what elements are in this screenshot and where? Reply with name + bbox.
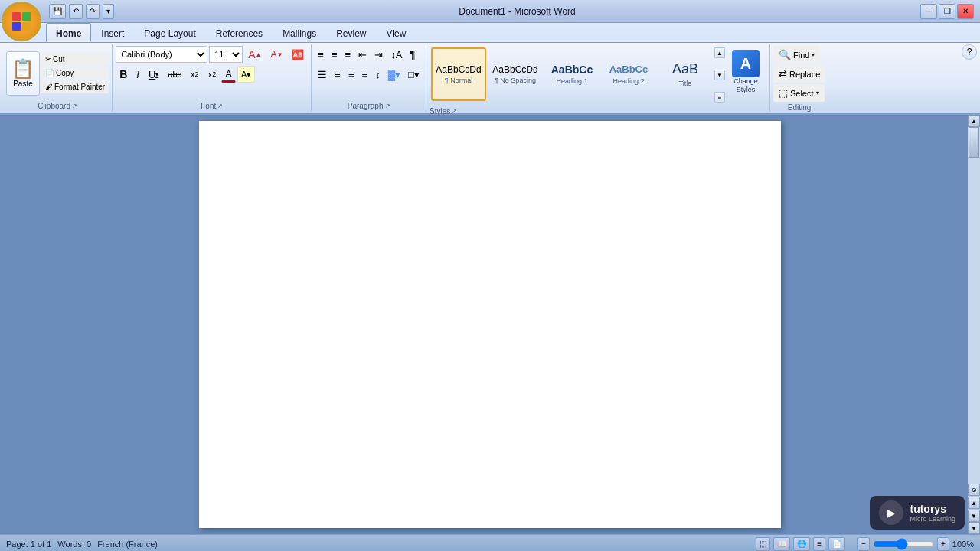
font-group: Calibri (Body) 11 A▲ A▼ 🆎 B I U▾ abc x2 … [113, 44, 312, 112]
font-expand-icon[interactable]: ↗ [217, 103, 223, 109]
svg-rect-1 [22, 12, 31, 21]
styles-expand-icon[interactable]: ↗ [452, 108, 457, 115]
tab-review[interactable]: Review [326, 24, 376, 42]
superscript-button[interactable]: x2 [204, 66, 220, 83]
scissors-icon: ✂ [45, 55, 51, 64]
clipboard-group-label: Clipboard ↗ [38, 100, 77, 110]
draft-button[interactable]: 📄 [828, 537, 845, 551]
line-spacing-button[interactable]: ↕ [372, 66, 384, 83]
decrease-indent-button[interactable]: ⇤ [355, 46, 370, 63]
clipboard-expand-icon[interactable]: ↗ [72, 103, 77, 109]
styles-more[interactable]: ≡ [714, 92, 725, 103]
align-center-button[interactable]: ≡ [332, 66, 344, 83]
help-button[interactable]: ? [962, 44, 977, 60]
styles-gallery: AaBbCcDd ¶ Normal AaBbCcDd ¶ No Spacing … [430, 46, 714, 104]
paragraph-expand-icon[interactable]: ↗ [385, 103, 390, 109]
close-button[interactable]: ✕ [957, 4, 974, 19]
tab-mailings[interactable]: Mailings [273, 24, 326, 42]
scrollbar-thumb[interactable] [969, 127, 979, 158]
paste-button[interactable]: 📋 Paste [6, 51, 40, 96]
style-no-spacing-preview: AaBbCcDd [492, 64, 537, 75]
sort-button[interactable]: ↕A [387, 46, 405, 63]
web-layout-button[interactable]: 🌐 [793, 537, 810, 551]
underline-button[interactable]: U▾ [145, 66, 162, 83]
style-normal[interactable]: AaBbCcDd ¶ Normal [431, 47, 486, 101]
tab-view[interactable]: View [377, 24, 416, 42]
cut-button[interactable]: ✂ Cut [41, 53, 109, 66]
word-count: Words: 0 [57, 540, 91, 549]
show-formatting-button[interactable]: ¶ [407, 46, 419, 63]
styles-scroll-up[interactable]: ▲ [714, 47, 725, 58]
title-bar: 💾 ↶ ↷ ▾ Document1 - Microsoft Word ─ ❐ ✕ [0, 0, 980, 23]
scrollbar-prev-button[interactable]: ▲ [968, 497, 980, 509]
format-painter-button[interactable]: 🖌 Format Painter [41, 80, 109, 93]
customize-qat-button[interactable]: ▾ [103, 4, 114, 19]
save-button[interactable]: 💾 [49, 4, 66, 19]
ribbon: Home Insert Page Layout References Maili… [0, 23, 980, 115]
restore-button[interactable]: ❐ [939, 4, 956, 19]
multilevel-button[interactable]: ≡ [342, 46, 354, 63]
font-color-button[interactable]: A [221, 66, 236, 83]
bold-button[interactable]: B [116, 66, 131, 83]
increase-indent-button[interactable]: ⇥ [371, 46, 386, 63]
clipboard-group-content: 📋 Paste ✂ Cut 📄 Copy 🖌 Format Painter [6, 46, 109, 100]
subscript-button[interactable]: x2 [187, 66, 203, 83]
tab-page-layout[interactable]: Page Layout [134, 24, 205, 42]
print-layout-button[interactable]: ⬚ [756, 537, 770, 551]
full-reading-button[interactable]: 📖 [773, 537, 790, 551]
clear-format-button[interactable]: 🆎 [288, 46, 308, 63]
bullets-button[interactable]: ≡ [315, 46, 327, 63]
zoom-in-button[interactable]: + [937, 537, 949, 551]
minimize-button[interactable]: ─ [920, 4, 937, 19]
copy-button[interactable]: 📄 Copy [41, 67, 109, 80]
shrink-font-button[interactable]: A▼ [266, 46, 286, 63]
tab-insert[interactable]: Insert [91, 24, 134, 42]
select-button[interactable]: ⬚ Select ▾ [773, 84, 825, 102]
svg-rect-2 [12, 22, 21, 31]
document-page[interactable] [199, 121, 781, 528]
scrollbar-up-button[interactable]: ▲ [968, 115, 980, 127]
font-size-select[interactable]: 11 [209, 46, 243, 63]
paragraph-group: ≡ ≡ ≡ ⇤ ⇥ ↕A ¶ ☰ ≡ ≡ ≡ ↕ ▓▾ □▾ [312, 44, 426, 112]
scrollbar-select-browse-button[interactable]: ⊙ [968, 484, 980, 496]
font-name-select[interactable]: Calibri (Body) [116, 46, 207, 63]
style-title[interactable]: AaB Title [658, 47, 713, 101]
format-painter-icon: 🖌 [45, 83, 53, 91]
tutorys-tagline: Micro Learning [910, 515, 956, 523]
style-heading1[interactable]: AaBbCc Heading 1 [544, 47, 599, 101]
text-highlight-button[interactable]: A▾ [237, 66, 255, 83]
office-button[interactable] [2, 2, 41, 41]
style-heading2[interactable]: AaBbCc Heading 2 [601, 47, 656, 101]
redo-button[interactable]: ↷ [86, 4, 100, 19]
shading-button[interactable]: ▓▾ [385, 66, 403, 83]
zoom-slider[interactable] [873, 540, 934, 549]
strikethrough-button[interactable]: abc [164, 66, 185, 83]
borders-button[interactable]: □▾ [405, 66, 423, 83]
style-no-spacing[interactable]: AaBbCcDd ¶ No Spacing [488, 47, 543, 101]
styles-scroll-down[interactable]: ▼ [714, 70, 725, 80]
scrollbar-next-button[interactable]: ▼ [968, 510, 980, 522]
svg-rect-0 [12, 12, 21, 21]
font-row-1: Calibri (Body) 11 A▲ A▼ 🆎 [116, 46, 308, 63]
scrollbar-down-button[interactable]: ▼ [968, 522, 980, 534]
replace-button[interactable]: ⇄ Replace [773, 65, 825, 83]
outline-button[interactable]: ≡ [813, 537, 825, 551]
italic-button[interactable]: I [132, 66, 143, 83]
numbering-button[interactable]: ≡ [328, 46, 341, 63]
find-icon: 🔍 [779, 49, 791, 60]
zoom-out-button[interactable]: − [858, 537, 870, 551]
tutorys-play-icon: ▶ [879, 500, 903, 525]
undo-button[interactable]: ↶ [69, 4, 83, 19]
align-right-button[interactable]: ≡ [345, 66, 358, 83]
grow-font-button[interactable]: A▲ [244, 46, 265, 63]
paste-label: Paste [13, 80, 33, 88]
tab-home[interactable]: Home [46, 23, 91, 42]
find-button[interactable]: 🔍 Find ▾ [773, 46, 820, 64]
tab-references[interactable]: References [206, 24, 273, 42]
align-left-button[interactable]: ☰ [315, 66, 330, 83]
font-row-2: B I U▾ abc x2 x2 A A▾ [116, 66, 308, 83]
para-row-2: ☰ ≡ ≡ ≡ ↕ ▓▾ □▾ [315, 66, 423, 83]
change-styles-button[interactable]: A Change Styles [725, 46, 766, 98]
clipboard-group: 📋 Paste ✂ Cut 📄 Copy 🖌 Format Painter [3, 44, 113, 112]
justify-button[interactable]: ≡ [359, 66, 371, 83]
